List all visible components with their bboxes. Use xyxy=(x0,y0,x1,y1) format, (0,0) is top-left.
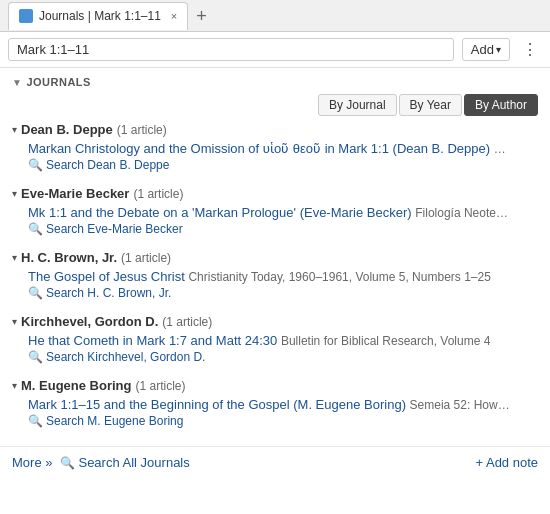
author-collapse-icon[interactable]: ▾ xyxy=(12,188,17,199)
search-icon: 🔍 xyxy=(28,286,43,300)
article-entry: Markan Christology and the Omission of υ… xyxy=(12,141,546,156)
author-group-dean-deppe: ▾ Dean B. Deppe (1 article) Markan Chris… xyxy=(4,122,546,172)
author-name: M. Eugene Boring xyxy=(21,378,132,393)
author-group-hc-brown: ▾ H. C. Brown, Jr. (1 article) The Gospe… xyxy=(4,250,546,300)
add-label: Add xyxy=(471,42,494,57)
more-link[interactable]: More » xyxy=(12,455,52,470)
search-link-label: Search H. C. Brown, Jr. xyxy=(46,286,171,300)
more-options-button[interactable]: ⋮ xyxy=(518,38,542,61)
author-header: ▾ Dean B. Deppe (1 article) xyxy=(12,122,546,137)
author-count: (1 article) xyxy=(117,123,167,137)
search-all-label: Search All Journals xyxy=(78,455,189,470)
authors-list: ▾ Dean B. Deppe (1 article) Markan Chris… xyxy=(0,122,550,442)
tab-close-button[interactable]: × xyxy=(171,10,177,22)
add-chevron-icon: ▾ xyxy=(496,44,501,55)
author-header: ▾ Eve-Marie Becker (1 article) xyxy=(12,186,546,201)
article-title-link[interactable]: Mark 1:1–15 and the Beginning of the Gos… xyxy=(28,397,406,412)
footer: More » 🔍 Search All Journals + Add note xyxy=(0,446,550,478)
search-icon: 🔍 xyxy=(28,158,43,172)
article-entry: He that Cometh in Mark 1:7 and Matt 24:3… xyxy=(12,333,546,348)
article-meta: … xyxy=(494,142,506,156)
search-link-label: Search M. Eugene Boring xyxy=(46,414,183,428)
new-tab-button[interactable]: + xyxy=(190,7,213,25)
tab-favicon xyxy=(19,9,33,23)
article-meta: Filología Neote… xyxy=(415,206,508,220)
author-collapse-icon[interactable]: ▾ xyxy=(12,124,17,135)
article-title-link[interactable]: Markan Christology and the Omission of υ… xyxy=(28,141,490,156)
search-icon: 🔍 xyxy=(28,414,43,428)
author-count: (1 article) xyxy=(136,379,186,393)
article-meta: Bulletin for Biblical Research, Volume 4 xyxy=(281,334,490,348)
section-label: JOURNALS xyxy=(26,76,91,88)
author-header: ▾ H. C. Brown, Jr. (1 article) xyxy=(12,250,546,265)
author-search-link[interactable]: 🔍 Search H. C. Brown, Jr. xyxy=(12,286,546,300)
search-icon: 🔍 xyxy=(28,222,43,236)
address-input[interactable] xyxy=(8,38,454,61)
article-entry: Mk 1:1 and the Debate on a 'Markan Prolo… xyxy=(12,205,546,220)
article-title-link[interactable]: Mk 1:1 and the Debate on a 'Markan Prolo… xyxy=(28,205,412,220)
address-bar: Add ▾ ⋮ xyxy=(0,32,550,68)
journals-section-header: ▼ JOURNALS xyxy=(0,68,550,92)
search-all-journals-link[interactable]: 🔍 Search All Journals xyxy=(60,455,189,470)
author-search-link[interactable]: 🔍 Search M. Eugene Boring xyxy=(12,414,546,428)
footer-left: More » 🔍 Search All Journals xyxy=(12,455,190,470)
section-chevron-icon[interactable]: ▼ xyxy=(12,77,22,88)
author-name: Dean B. Deppe xyxy=(21,122,113,137)
author-name: Kirchhevel, Gordon D. xyxy=(21,314,158,329)
filter-tab-by-journal[interactable]: By Journal xyxy=(318,94,397,116)
author-count: (1 article) xyxy=(133,187,183,201)
author-collapse-icon[interactable]: ▾ xyxy=(12,380,17,391)
author-group-kirchhevel: ▾ Kirchhevel, Gordon D. (1 article) He t… xyxy=(4,314,546,364)
author-header: ▾ Kirchhevel, Gordon D. (1 article) xyxy=(12,314,546,329)
author-search-link[interactable]: 🔍 Search Dean B. Deppe xyxy=(12,158,546,172)
add-note-link[interactable]: + Add note xyxy=(475,455,538,470)
article-meta: Semeia 52: How… xyxy=(410,398,510,412)
article-entry: The Gospel of Jesus Christ Christianity … xyxy=(12,269,546,284)
browser-tab[interactable]: Journals | Mark 1:1–11 × xyxy=(8,2,188,30)
search-icon: 🔍 xyxy=(28,350,43,364)
article-entry: Mark 1:1–15 and the Beginning of the Gos… xyxy=(12,397,546,412)
author-count: (1 article) xyxy=(162,315,212,329)
author-header: ▾ M. Eugene Boring (1 article) xyxy=(12,378,546,393)
author-group-eve-marie-becker: ▾ Eve-Marie Becker (1 article) Mk 1:1 an… xyxy=(4,186,546,236)
author-name: Eve-Marie Becker xyxy=(21,186,129,201)
search-link-label: Search Eve-Marie Becker xyxy=(46,222,183,236)
article-meta: Christianity Today, 1960–1961, Volume 5,… xyxy=(188,270,490,284)
filter-tab-by-author[interactable]: By Author xyxy=(464,94,538,116)
author-count: (1 article) xyxy=(121,251,171,265)
author-group-m-eugene-boring: ▾ M. Eugene Boring (1 article) Mark 1:1–… xyxy=(4,378,546,428)
article-title-link[interactable]: He that Cometh in Mark 1:7 and Matt 24:3… xyxy=(28,333,277,348)
filter-tabs-bar: By Journal By Year By Author xyxy=(0,92,550,122)
search-link-label: Search Kirchhevel, Gordon D. xyxy=(46,350,205,364)
search-all-icon: 🔍 xyxy=(60,456,75,470)
filter-tab-by-year[interactable]: By Year xyxy=(399,94,462,116)
author-search-link[interactable]: 🔍 Search Kirchhevel, Gordon D. xyxy=(12,350,546,364)
author-collapse-icon[interactable]: ▾ xyxy=(12,252,17,263)
article-title-link[interactable]: The Gospel of Jesus Christ xyxy=(28,269,185,284)
tab-title: Journals | Mark 1:1–11 xyxy=(39,9,161,23)
add-button[interactable]: Add ▾ xyxy=(462,38,510,61)
author-collapse-icon[interactable]: ▾ xyxy=(12,316,17,327)
tab-bar: Journals | Mark 1:1–11 × + xyxy=(0,0,550,32)
author-search-link[interactable]: 🔍 Search Eve-Marie Becker xyxy=(12,222,546,236)
search-link-label: Search Dean B. Deppe xyxy=(46,158,169,172)
author-name: H. C. Brown, Jr. xyxy=(21,250,117,265)
